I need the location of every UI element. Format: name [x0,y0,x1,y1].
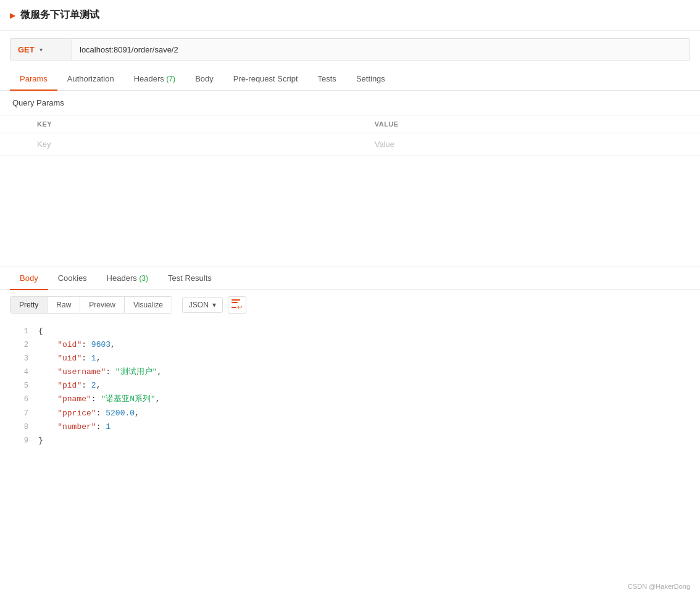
method-select[interactable]: GET ▾ [10,38,72,60]
tab-params[interactable]: Params [10,68,57,91]
code-line-6: 6 "pname": "诺基亚N系列", [0,393,700,406]
format-tab-raw[interactable]: Raw [48,297,80,313]
format-tab-preview[interactable]: Preview [80,297,125,313]
code-line-7: 7 "pprice": 5200.0, [0,407,700,420]
params-table: KEY VALUE Key Value [0,115,700,156]
tab-tests[interactable]: Tests [308,68,346,91]
request-tabs: Params Authorization Headers (7) Body Pr… [10,68,690,90]
tab-authorization[interactable]: Authorization [57,68,124,91]
url-input[interactable] [72,38,690,60]
response-headers-badge: (3) [139,274,148,283]
key-cell[interactable]: Key [25,133,362,156]
row-checkbox [0,133,25,156]
code-line-4: 4 "username": "测试用户", [0,365,700,379]
response-tabs-container: Body Cookies Headers (3) Test Results [0,267,700,290]
response-tab-cookies[interactable]: Cookies [48,267,97,290]
code-line-9: 9 } [0,434,700,447]
code-line-5: 5 "pid": 2, [0,379,700,393]
wrap-button[interactable]: ↩ [228,296,246,314]
code-line-8: 8 "number": 1 [0,420,700,434]
code-line-3: 3 "uid": 1, [0,352,700,365]
wrap-icon: ↩ [231,299,242,310]
value-col-header: VALUE [362,115,700,133]
code-line-1: 1 { [0,325,700,338]
format-tab-pretty[interactable]: Pretty [10,297,48,313]
page-header: ▶ 微服务下订单测试 [0,0,700,31]
response-toolbar: Pretty Raw Preview Visualize JSON ▾ ↩ [0,290,700,320]
value-cell[interactable]: Value [362,133,700,156]
format-tab-visualize[interactable]: Visualize [125,297,172,313]
json-response-view: 1 { 2 "oid": 9603, 3 "uid": 1, 4 "userna… [0,320,700,452]
code-line-2: 2 "oid": 9603, [0,338,700,352]
tab-prerequest[interactable]: Pre-request Script [223,68,308,91]
method-dropdown-icon: ▾ [40,46,43,53]
headers-badge: (7) [166,75,175,83]
response-tab-body[interactable]: Body [10,267,48,290]
response-tab-testresults[interactable]: Test Results [158,267,222,290]
page-title: 微服务下订单测试 [20,9,99,22]
response-tab-headers[interactable]: Headers (3) [97,267,158,290]
method-label: GET [18,45,35,54]
key-col-header: KEY [25,115,362,133]
format-type-arrow: ▾ [212,301,216,309]
format-tabs: Pretty Raw Preview Visualize [10,296,172,314]
request-tabs-container: Params Authorization Headers (7) Body Pr… [0,68,700,91]
response-tabs: Body Cookies Headers (3) Test Results [10,267,690,289]
format-type-label: JSON [189,301,209,309]
tab-headers[interactable]: Headers (7) [124,68,185,91]
table-row: Key Value [0,133,700,156]
tab-settings[interactable]: Settings [346,68,395,91]
query-params-section-title: Query Params [0,91,700,115]
url-bar: GET ▾ [0,31,700,68]
expand-icon[interactable]: ▶ [10,11,15,20]
format-type-select[interactable]: JSON ▾ [182,297,223,313]
checkbox-col-header [0,115,25,133]
tab-body[interactable]: Body [185,68,223,91]
